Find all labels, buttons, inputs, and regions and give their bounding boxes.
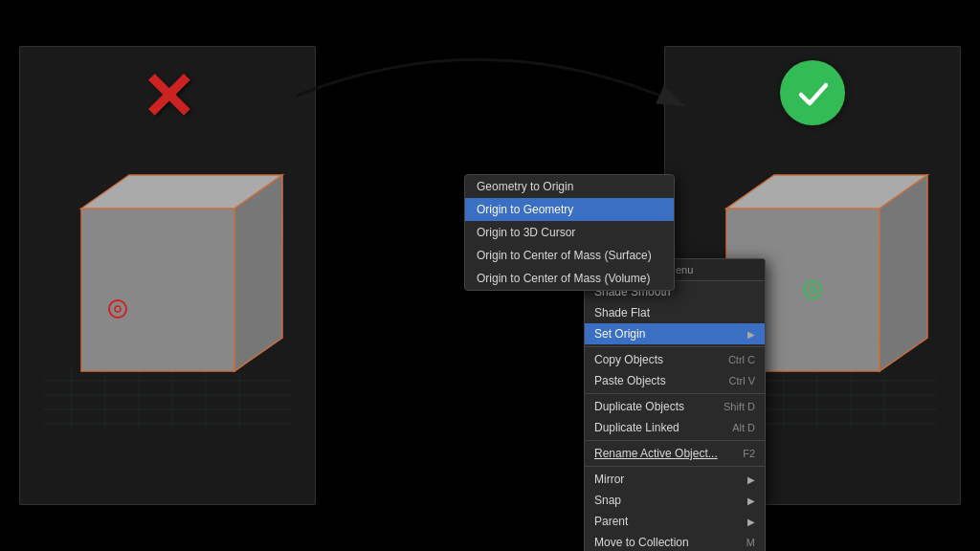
- wrong-x-mark: ✕: [141, 64, 195, 129]
- move-to-collection-label: Move to Collection: [594, 536, 689, 549]
- snap-arrow-icon: ▶: [747, 496, 755, 506]
- menu-item-parent[interactable]: Parent ▶: [585, 511, 765, 532]
- separator-3: [585, 440, 765, 441]
- menu-item-snap[interactable]: Snap ▶: [585, 490, 765, 511]
- copy-objects-shortcut: Ctrl C: [728, 354, 755, 365]
- submenu-origin-to-geometry[interactable]: Origin to Geometry: [465, 198, 674, 221]
- wrong-example-panel: ✕: [19, 46, 316, 505]
- menu-item-duplicate-linked[interactable]: Duplicate Linked Alt D: [585, 417, 765, 438]
- copy-objects-label: Copy Objects: [594, 353, 663, 366]
- move-to-collection-shortcut: M: [746, 537, 755, 548]
- menu-item-shade-flat-label: Shade Flat: [594, 306, 650, 320]
- mirror-label: Mirror: [594, 473, 624, 486]
- submenu-origin-to-center-surface[interactable]: Origin to Center of Mass (Surface): [465, 244, 674, 267]
- submenu-origin-to-3d-cursor[interactable]: Origin to 3D Cursor: [465, 221, 674, 244]
- left-cube-svg: [43, 122, 292, 429]
- set-origin-submenu: Geometry to Origin Origin to Geometry Or…: [464, 174, 675, 291]
- menu-item-copy-objects[interactable]: Copy Objects Ctrl C: [585, 349, 765, 370]
- origin-to-3d-cursor-label: Origin to 3D Cursor: [477, 226, 575, 239]
- svg-rect-10: [81, 209, 234, 371]
- submenu-origin-to-center-volume[interactable]: Origin to Center of Mass (Volume): [465, 267, 674, 290]
- origin-to-center-volume-label: Origin to Center of Mass (Volume): [477, 272, 650, 285]
- menu-item-mirror[interactable]: Mirror ▶: [585, 469, 765, 490]
- paste-objects-label: Paste Objects: [594, 374, 666, 387]
- main-scene: ✕ Object Context Menu Shade Smooth Shade…: [0, 0, 980, 551]
- svg-marker-27: [880, 175, 927, 371]
- duplicate-objects-label: Duplicate Objects: [594, 400, 684, 413]
- mirror-arrow-icon: ▶: [747, 474, 755, 485]
- set-origin-arrow-icon: ▶: [747, 329, 755, 340]
- tutorial-arrow: [297, 59, 683, 105]
- menu-item-set-origin[interactable]: Set Origin ▶: [585, 323, 765, 344]
- menu-item-shade-flat[interactable]: Shade Flat: [585, 302, 765, 323]
- duplicate-objects-shortcut: Shift D: [724, 401, 755, 412]
- parent-label: Parent: [594, 515, 628, 528]
- svg-marker-12: [234, 175, 282, 371]
- separator-2: [585, 393, 765, 394]
- menu-item-set-origin-label: Set Origin: [594, 327, 645, 341]
- rename-active-object-label: Rename Active Object...: [594, 447, 718, 460]
- paste-objects-shortcut: Ctrl V: [729, 375, 756, 386]
- origin-to-center-surface-label: Origin to Center of Mass (Surface): [477, 249, 652, 262]
- separator-1: [585, 346, 765, 347]
- menu-item-paste-objects[interactable]: Paste Objects Ctrl V: [585, 370, 765, 391]
- rename-shortcut: F2: [743, 448, 755, 459]
- separator-4: [585, 466, 765, 467]
- geometry-to-origin-label: Geometry to Origin: [477, 180, 573, 193]
- duplicate-linked-label: Duplicate Linked: [594, 421, 679, 434]
- submenu-geometry-to-origin[interactable]: Geometry to Origin: [465, 175, 674, 198]
- menu-item-rename-active-object[interactable]: Rename Active Object... F2: [585, 443, 765, 464]
- duplicate-linked-shortcut: Alt D: [732, 422, 755, 433]
- check-icon: [793, 74, 832, 112]
- menu-item-duplicate-objects[interactable]: Duplicate Objects Shift D: [585, 396, 765, 417]
- context-menu: Object Context Menu Shade Smooth Shade F…: [584, 258, 766, 551]
- snap-label: Snap: [594, 494, 621, 507]
- parent-arrow-icon: ▶: [747, 517, 755, 527]
- origin-to-geometry-label: Origin to Geometry: [477, 203, 573, 216]
- menu-item-move-to-collection[interactable]: Move to Collection M: [585, 532, 765, 551]
- correct-check-mark: [780, 60, 845, 125]
